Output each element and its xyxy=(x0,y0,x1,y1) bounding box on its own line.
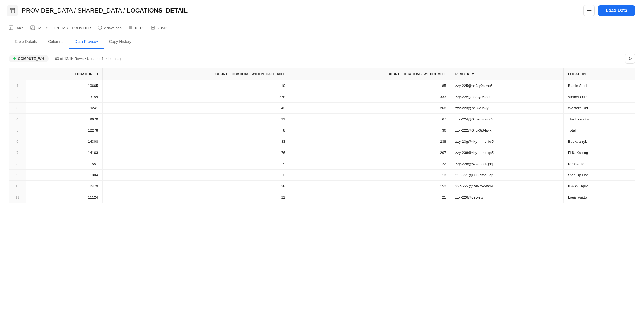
cell-location-id: 2479 xyxy=(26,181,103,192)
meta-size-label: 5.8MB xyxy=(157,26,167,30)
svg-rect-3 xyxy=(9,26,13,30)
table-row: 3924142268zzy-223@nh3-y9s-jy9Western Uni xyxy=(9,103,635,114)
meta-size: 5.8MB xyxy=(151,25,167,31)
cell-count-mile: 152 xyxy=(290,181,451,192)
cell-count-half-mile: 21 xyxy=(103,192,290,203)
cell-count-half-mile: 8 xyxy=(103,125,290,136)
col-header-placekey[interactable]: PLACEKEY xyxy=(451,68,563,80)
meta-type-label: Table xyxy=(15,26,24,30)
table-row: 71416376207zzy-238@4xy-mmb-qs5FHU Kserog xyxy=(9,147,635,158)
preview-bar-left: COMPUTE_WH 100 of 13.1K Rows • Updated 1… xyxy=(9,55,122,62)
breadcrumb: PROVIDER_DATA / SHARED_DATA / LOCATIONS_… xyxy=(22,7,188,14)
cell-count-mile: 67 xyxy=(290,114,451,125)
svg-line-10 xyxy=(100,28,101,28)
provider-icon xyxy=(30,25,35,31)
meta-provider: SALES_FORECAST_PROVIDER xyxy=(30,25,91,31)
cell-count-half-mile: 83 xyxy=(103,136,290,147)
cell-row-num: 10 xyxy=(9,181,26,192)
meta-rows: 13.1K xyxy=(128,25,144,31)
size-icon xyxy=(151,25,155,31)
svg-point-7 xyxy=(32,26,33,28)
cell-placekey: 22b-222@5vh-7yc-w49 xyxy=(451,181,563,192)
tab-table-details[interactable]: Table Details xyxy=(9,35,42,49)
cell-location-name: K & W Liquo xyxy=(563,181,635,192)
cell-location-name: Step Up Dar xyxy=(563,170,635,181)
cell-location-id: 10665 xyxy=(26,80,103,91)
svg-rect-0 xyxy=(10,8,15,13)
meta-time: 2 days ago xyxy=(98,25,122,31)
table-row: 91304313222-223@665-zmg-8qfStep Up Dar xyxy=(9,170,635,181)
cell-row-num: 7 xyxy=(9,147,26,158)
cell-row-num: 6 xyxy=(9,136,26,147)
cell-placekey: zzy-238@4xy-mmb-qs5 xyxy=(451,147,563,158)
cell-count-half-mile: 31 xyxy=(103,114,290,125)
cell-placekey: zzy-226@v9y-2tv xyxy=(451,192,563,203)
cell-location-id: 1304 xyxy=(26,170,103,181)
cell-location-id: 14308 xyxy=(26,136,103,147)
cell-row-num: 5 xyxy=(9,125,26,136)
cell-location-name: Western Uni xyxy=(563,103,635,114)
cell-count-mile: 207 xyxy=(290,147,451,158)
col-header-location-name[interactable]: LOCATION_ xyxy=(563,68,635,80)
cell-location-name: Budka z ryb xyxy=(563,136,635,147)
table-icon xyxy=(7,5,18,16)
page-header: PROVIDER_DATA / SHARED_DATA / LOCATIONS_… xyxy=(0,0,644,21)
rows-info: 100 of 13.1K Rows • Updated 1 minute ago xyxy=(53,57,123,61)
cell-location-id: 9241 xyxy=(26,103,103,114)
cell-count-half-mile: 10 xyxy=(103,80,290,91)
cell-location-id: 11124 xyxy=(26,192,103,203)
table-row: 1106651085zzy-225@nh3-y9s-mc5Bustle Stud… xyxy=(9,80,635,91)
data-preview-bar: COMPUTE_WH 100 of 13.1K Rows • Updated 1… xyxy=(0,49,644,68)
cell-location-name: Bustle Studi xyxy=(563,80,635,91)
cell-placekey: zzy-225@nh3-y9s-mc5 xyxy=(451,80,563,91)
cell-row-num: 1 xyxy=(9,80,26,91)
meta-provider-label: SALES_FORECAST_PROVIDER xyxy=(37,26,91,30)
meta-time-label: 2 days ago xyxy=(104,26,122,30)
header-right: ••• Load Data xyxy=(583,5,635,16)
cell-count-mile: 85 xyxy=(290,80,451,91)
cell-placekey: zzy-224@6hp-xwc-mc5 xyxy=(451,114,563,125)
table-row: 1024792815222b-222@5vh-7yc-w49K & W Liqu… xyxy=(9,181,635,192)
cell-row-num: 3 xyxy=(9,103,26,114)
tab-copy-history[interactable]: Copy History xyxy=(104,35,137,49)
cell-count-mile: 238 xyxy=(290,136,451,147)
table-header-row: LOCATION_ID COUNT_LOCATIONS_WITHIN_HALF_… xyxy=(9,68,635,80)
col-header-rownum xyxy=(9,68,26,80)
cell-location-name: Total xyxy=(563,125,635,136)
cell-count-half-mile: 278 xyxy=(103,91,290,103)
cell-location-id: 11551 xyxy=(26,158,103,170)
compute-dot xyxy=(13,57,16,60)
table-row: 512278836zzy-222@6hq-3j3-hwkTotal xyxy=(9,125,635,136)
load-data-button[interactable]: Load Data xyxy=(598,5,635,16)
col-header-count-half-mile[interactable]: COUNT_LOCATIONS_WITHIN_HALF_MILE xyxy=(103,68,290,80)
cell-count-mile: 13 xyxy=(290,170,451,181)
refresh-button[interactable]: ↻ xyxy=(625,54,635,64)
cell-placekey: zzy-23g@4xy-mmd-bc5 xyxy=(451,136,563,147)
cell-placekey: zzy-222@6hq-3j3-hwk xyxy=(451,125,563,136)
more-button[interactable]: ••• xyxy=(583,5,595,16)
cell-count-mile: 333 xyxy=(290,91,451,103)
cell-count-half-mile: 76 xyxy=(103,147,290,158)
cell-row-num: 11 xyxy=(9,192,26,203)
cell-row-num: 8 xyxy=(9,158,26,170)
cell-location-name: FHU Kserog xyxy=(563,147,635,158)
col-header-count-mile[interactable]: COUNT_LOCATIONS_WITHIN_MILE xyxy=(290,68,451,80)
table-row: 811551922zzy-228@52w-bhd-ghqRenovatio xyxy=(9,158,635,170)
tab-columns[interactable]: Columns xyxy=(42,35,69,49)
svg-rect-15 xyxy=(152,27,154,28)
cell-location-id: 14163 xyxy=(26,147,103,158)
compute-badge[interactable]: COMPUTE_WH xyxy=(9,55,49,62)
cell-row-num: 4 xyxy=(9,114,26,125)
cell-row-num: 2 xyxy=(9,91,26,103)
cell-location-id: 9670 xyxy=(26,114,103,125)
col-header-location-id[interactable]: LOCATION_ID xyxy=(26,68,103,80)
cell-count-half-mile: 3 xyxy=(103,170,290,181)
cell-location-name: Louis Vuitto xyxy=(563,192,635,203)
cell-count-half-mile: 28 xyxy=(103,181,290,192)
cell-count-mile: 268 xyxy=(290,103,451,114)
cell-location-name: The Executiv xyxy=(563,114,635,125)
tab-data-preview[interactable]: Data Preview xyxy=(69,35,103,49)
data-table-wrapper: LOCATION_ID COUNT_LOCATIONS_WITHIN_HALF_… xyxy=(0,68,644,203)
cell-row-num: 9 xyxy=(9,170,26,181)
cell-placekey: zzy-228@52w-bhd-ghq xyxy=(451,158,563,170)
